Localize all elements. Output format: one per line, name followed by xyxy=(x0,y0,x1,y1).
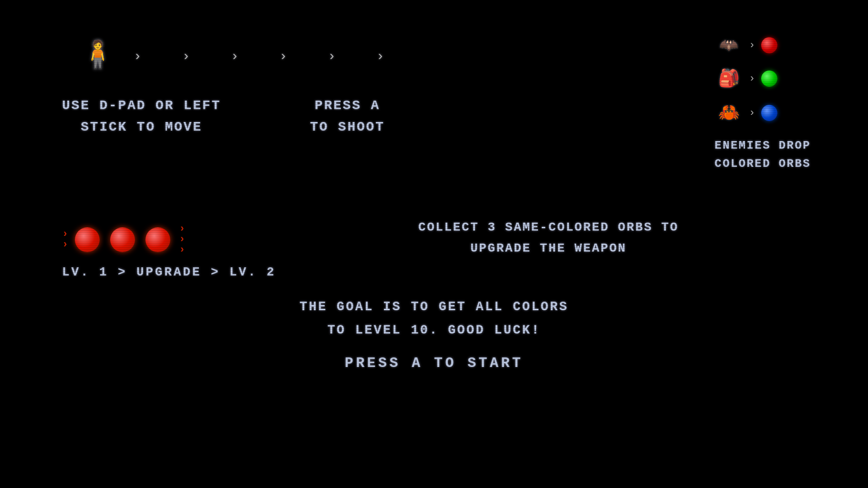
chest-arrow: › xyxy=(749,73,755,85)
crab-sprite: 🦀 xyxy=(714,102,743,123)
enemies-panel: 🦇 › 🎒 › 🦀 › ENEMIES DROP COLORED ORBS xyxy=(714,36,811,173)
arrow-4: › xyxy=(279,49,287,64)
goal-text: THE GOAL IS TO GET ALL COLORS TO LEVEL 1… xyxy=(0,295,868,342)
upgrade-orb-2 xyxy=(110,227,135,252)
chest-sprite: 🎒 xyxy=(714,68,743,89)
left-arrows: › › xyxy=(62,229,68,250)
enemy-row-crab: 🦀 › xyxy=(714,102,811,123)
game-screen: 🧍 › › › › › › USE D-PAD OR LEFT STICK TO… xyxy=(0,0,868,488)
enemies-drop-text: ENEMIES DROP COLORED ORBS xyxy=(714,137,811,173)
right-arrows: › › › xyxy=(179,224,185,255)
orb-red xyxy=(761,37,777,53)
move-text: USE D-PAD OR LEFT STICK TO MOVE xyxy=(62,95,221,138)
player-movement-demo: 🧍 › › › › › › xyxy=(81,43,384,70)
level-progression-text: LV. 1 > UPGRADE > LV. 2 xyxy=(62,265,276,279)
enemy-row-bat: 🦇 › xyxy=(714,36,811,55)
upgrade-display: › › › › › xyxy=(62,224,276,255)
upgrade-section: › › › › › LV. 1 > UPGRADE > LV. 2 xyxy=(62,224,276,279)
arrow-6: › xyxy=(376,49,384,64)
upgrade-orb-1 xyxy=(75,227,100,252)
enemy-row-chest: 🎒 › xyxy=(714,68,811,89)
collect-instruction: COLLECT 3 SAME-COLORED ORBS TO UPGRADE T… xyxy=(267,217,830,259)
movement-arrows: › › › › › › xyxy=(134,49,384,64)
crab-arrow: › xyxy=(749,107,755,119)
shoot-text: PRESS A TO SHOOT xyxy=(310,95,385,138)
shoot-instruction: PRESS A TO SHOOT xyxy=(310,95,385,138)
upgrade-orb-3 xyxy=(145,227,170,252)
arrow-1: › xyxy=(134,49,142,64)
orb-blue xyxy=(761,105,777,121)
bat-sprite: 🦇 xyxy=(714,36,743,55)
player-sprite: 🧍 xyxy=(81,43,114,70)
arrow-2: › xyxy=(182,49,190,64)
move-instruction: USE D-PAD OR LEFT STICK TO MOVE xyxy=(62,95,221,138)
press-start-text[interactable]: PRESS A TO START xyxy=(0,355,868,371)
arrow-3: › xyxy=(231,49,239,64)
arrow-5: › xyxy=(328,49,336,64)
bat-arrow: › xyxy=(749,40,755,51)
orb-green xyxy=(761,71,777,87)
